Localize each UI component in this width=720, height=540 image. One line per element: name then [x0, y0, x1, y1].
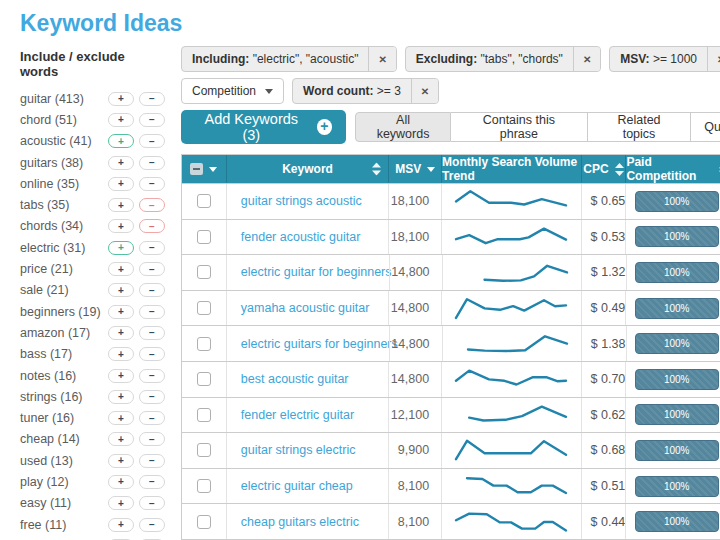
keyword-link[interactable]: electric guitar for beginners	[241, 265, 392, 279]
exclude-word-button[interactable]: −	[139, 156, 165, 170]
include-word-button[interactable]: +	[108, 326, 134, 340]
exclude-word-button[interactable]: −	[139, 262, 165, 276]
column-header-keyword[interactable]: Keyword	[226, 155, 388, 183]
exclude-word-button[interactable]: −	[139, 411, 165, 425]
include-word-button[interactable]: +	[108, 177, 134, 191]
include-word-button[interactable]: +	[108, 134, 134, 148]
exclude-word-button[interactable]: −	[139, 113, 165, 127]
keyword-link[interactable]: electric guitars for beginners	[241, 337, 398, 351]
select-all-checkbox[interactable]	[182, 155, 226, 183]
filter-chip-remove-button[interactable]: ✕	[707, 47, 720, 71]
row-checkbox[interactable]	[197, 443, 211, 457]
filter-chip-remove-button[interactable]: ✕	[368, 47, 395, 71]
keyword-link[interactable]: fender electric guitar	[241, 408, 354, 422]
cpc-value: $ 0.65	[591, 194, 626, 208]
filter-chip-text: Excluding: "tabs", "chords"	[406, 47, 573, 71]
include-word-button[interactable]: +	[108, 113, 134, 127]
exclude-word-button[interactable]: −	[139, 432, 165, 446]
paid-competition-badge[interactable]: 100%	[635, 476, 719, 497]
include-word-button[interactable]: +	[108, 198, 134, 212]
include-word-button[interactable]: +	[108, 369, 134, 383]
column-header-msv[interactable]: MSV	[388, 155, 441, 183]
table-row: guitar strings acoustic18,100$ 0.65100%	[182, 183, 720, 219]
sidebar-word-label: tuner (16)	[20, 411, 103, 425]
add-keywords-button[interactable]: Add Keywords (3) +	[181, 110, 346, 144]
include-word-button[interactable]: +	[108, 305, 134, 319]
include-word-button[interactable]: +	[108, 432, 134, 446]
include-word-button[interactable]: +	[108, 92, 134, 106]
include-word-button[interactable]: +	[108, 283, 134, 297]
row-checkbox[interactable]	[197, 372, 211, 386]
keyword-link[interactable]: best acoustic guitar	[241, 372, 349, 386]
paid-competition-badge[interactable]: 100%	[635, 404, 719, 425]
row-checkbox[interactable]	[197, 265, 211, 279]
exclude-word-button[interactable]: −	[139, 219, 165, 233]
cpc-value: $ 0.70	[591, 372, 626, 386]
exclude-word-button[interactable]: −	[139, 241, 165, 255]
filter-chip-remove-button[interactable]: ✕	[573, 47, 600, 71]
cpc-cell: $ 0.49	[581, 291, 626, 326]
keyword-link[interactable]: guitar strings acoustic	[241, 194, 362, 208]
row-checkbox[interactable]	[197, 301, 211, 315]
filter-chip-remove-button[interactable]: ✕	[411, 79, 438, 103]
column-header-cpc[interactable]: CPC	[581, 155, 626, 183]
exclude-word-button[interactable]: −	[139, 496, 165, 510]
column-header-competition[interactable]: Paid Competition	[625, 155, 720, 183]
row-checkbox[interactable]	[197, 230, 211, 244]
row-checkbox[interactable]	[197, 337, 211, 351]
include-word-button[interactable]: +	[108, 411, 134, 425]
exclude-word-button[interactable]: −	[139, 92, 165, 106]
exclude-word-button[interactable]: −	[139, 347, 165, 361]
exclude-word-button[interactable]: −	[139, 475, 165, 489]
include-word-button[interactable]: +	[108, 156, 134, 170]
include-word-button[interactable]: +	[108, 390, 134, 404]
include-word-button[interactable]: +	[108, 347, 134, 361]
competition-cell: 100%	[626, 255, 720, 290]
keyword-link[interactable]: yamaha acoustic guitar	[241, 301, 370, 315]
exclude-word-button[interactable]: −	[139, 518, 165, 532]
exclude-word-button[interactable]: −	[139, 134, 165, 148]
keyword-link[interactable]: electric guitar cheap	[241, 479, 353, 493]
exclude-word-button[interactable]: −	[139, 177, 165, 191]
row-checkbox[interactable]	[197, 515, 211, 529]
paid-competition-badge[interactable]: 100%	[635, 511, 719, 532]
keyword-link[interactable]: guitar strings electric	[241, 443, 356, 457]
exclude-word-button[interactable]: −	[139, 454, 165, 468]
tab-questions[interactable]: Questions	[691, 112, 720, 142]
keyword-link[interactable]: fender acoustic guitar	[241, 230, 361, 244]
include-word-button[interactable]: +	[108, 518, 134, 532]
tab-all-keywords[interactable]: All keywords	[355, 112, 451, 142]
include-word-button[interactable]: +	[108, 475, 134, 489]
keyword-link[interactable]: cheap guitars electric	[241, 515, 359, 529]
include-word-button[interactable]: +	[108, 241, 134, 255]
include-word-button[interactable]: +	[108, 496, 134, 510]
paid-competition-badge[interactable]: 100%	[635, 262, 719, 283]
row-checkbox[interactable]	[197, 479, 211, 493]
paid-competition-badge[interactable]: 100%	[635, 298, 719, 319]
paid-competition-badge[interactable]: 100%	[635, 226, 719, 247]
paid-competition-badge[interactable]: 100%	[635, 440, 719, 461]
filter-dropdown-competition[interactable]: Competition	[181, 78, 284, 104]
exclude-word-button[interactable]: −	[139, 369, 165, 383]
exclude-word-button[interactable]: −	[139, 390, 165, 404]
competition-cell: 100%	[625, 398, 720, 433]
include-word-button[interactable]: +	[108, 219, 134, 233]
exclude-word-button[interactable]: −	[139, 305, 165, 319]
paid-competition-badge[interactable]: 100%	[635, 191, 719, 212]
paid-competition-badge[interactable]: 100%	[635, 333, 719, 354]
column-header-trend[interactable]: Monthly Search Volume Trend	[441, 155, 580, 183]
row-checkbox[interactable]	[197, 408, 211, 422]
include-word-button[interactable]: +	[108, 454, 134, 468]
exclude-word-button[interactable]: −	[139, 283, 165, 297]
column-header-label: CPC	[583, 162, 608, 176]
paid-competition-badge[interactable]: 100%	[635, 369, 719, 390]
tab-related-topics[interactable]: Related topics	[588, 112, 691, 142]
msv-cell: 8,100	[388, 469, 441, 504]
filter-chip-label: Including:	[192, 52, 249, 66]
row-checkbox[interactable]	[197, 194, 211, 208]
tab-contains-this-phrase[interactable]: Contains this phrase	[451, 112, 588, 142]
sort-icon	[615, 163, 624, 176]
include-word-button[interactable]: +	[108, 262, 134, 276]
exclude-word-button[interactable]: −	[139, 326, 165, 340]
exclude-word-button[interactable]: −	[139, 198, 165, 212]
